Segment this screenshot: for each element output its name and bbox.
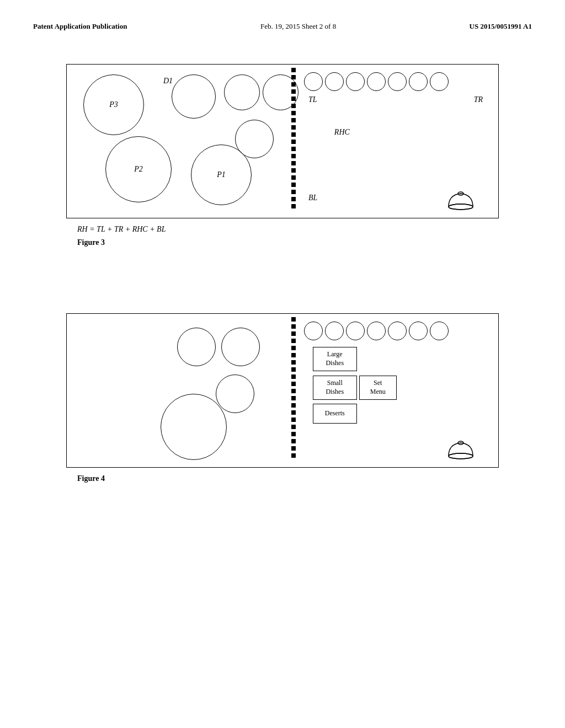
divider-sq	[291, 183, 296, 187]
f4-circle-top2	[221, 328, 260, 366]
tc5	[388, 72, 407, 91]
figure3-label: Figure 3	[77, 238, 532, 247]
divider-sq	[291, 161, 296, 165]
figure3-formula: RH = TL + TR + RHC + BL	[77, 225, 532, 234]
divider-sq	[291, 432, 296, 436]
divider-sq	[291, 317, 296, 322]
f4-tc6	[409, 322, 428, 340]
svg-point-1	[449, 204, 473, 210]
header-right: US 2015/0051991 A1	[470, 22, 532, 31]
circle-P1: P1	[191, 144, 252, 205]
divider-sq	[291, 111, 296, 115]
tc4	[367, 72, 386, 91]
f4-tc5	[388, 322, 407, 340]
dish-icon-fig4	[446, 438, 476, 461]
top-circles-row	[304, 72, 449, 91]
divider-sq	[291, 154, 296, 158]
divider-sq	[291, 389, 296, 393]
figure4-section: Large Dishes Small Dishes Set Menu Deser…	[33, 313, 532, 483]
f4-circle-top1	[177, 328, 216, 366]
label-RHC: RHC	[334, 128, 350, 137]
divider-sq	[291, 68, 296, 72]
divider-sq	[291, 446, 296, 451]
figure3-section: P3 P2 D1 P1	[33, 64, 532, 247]
divider-sq	[291, 410, 296, 415]
divider-sq	[291, 417, 296, 422]
label-TR: TR	[474, 95, 483, 104]
divider-sq	[291, 339, 296, 343]
divider-sq	[291, 382, 296, 386]
dish-icon-fig3	[446, 189, 476, 211]
tc6	[409, 72, 428, 91]
circle-small2	[263, 74, 299, 110]
f4-circle-mid	[216, 374, 254, 413]
f4-tc2	[325, 322, 344, 340]
spacer	[33, 269, 532, 313]
f4-tc3	[346, 322, 365, 340]
menu-small-dishes[interactable]: Small Dishes	[313, 376, 357, 400]
divider-sq	[291, 190, 296, 194]
divider-sq	[291, 425, 296, 429]
menu-set-menu[interactable]: Set Menu	[359, 376, 397, 400]
menu-large-dishes[interactable]: Large Dishes	[313, 347, 357, 371]
page: Patent Application Publication Feb. 19, …	[0, 0, 565, 728]
f4-top-circles	[304, 322, 449, 340]
divider-sq	[291, 125, 296, 130]
header-center: Feb. 19, 2015 Sheet 2 of 8	[260, 22, 336, 31]
f4-tc7	[430, 322, 449, 340]
divider-sq	[291, 147, 296, 151]
tc3	[346, 72, 365, 91]
divider-sq	[291, 374, 296, 379]
divider-sq	[291, 439, 296, 443]
label-D1: D1	[163, 77, 173, 85]
circle-P2: P2	[105, 136, 172, 202]
figure4-box: Large Dishes Small Dishes Set Menu Deser…	[66, 313, 499, 468]
divider-sq	[291, 175, 296, 180]
tc7	[430, 72, 449, 91]
f4-tc4	[367, 322, 386, 340]
f4-tc1	[304, 322, 323, 340]
divider-sq	[291, 168, 296, 173]
divider-sq	[291, 132, 296, 137]
circle-P3: P3	[83, 74, 144, 135]
figure4-divider	[291, 314, 296, 467]
divider-sq	[291, 118, 296, 122]
header-left: Patent Application Publication	[33, 22, 127, 31]
menu-deserts[interactable]: Deserts	[313, 404, 357, 424]
divider-sq	[291, 360, 296, 365]
divider-sq	[291, 324, 296, 329]
divider-sq	[291, 204, 296, 208]
tc2	[325, 72, 344, 91]
label-P1: P1	[217, 170, 226, 179]
circle-D1	[172, 74, 216, 119]
divider-sq	[291, 396, 296, 400]
figure4-label: Figure 4	[77, 474, 532, 483]
divider-sq	[291, 197, 296, 201]
circle-small1	[224, 74, 260, 110]
divider-sq	[291, 331, 296, 336]
label-BL: BL	[308, 194, 317, 202]
divider-sq	[291, 453, 296, 458]
divider-sq	[291, 403, 296, 408]
divider-sq	[291, 346, 296, 350]
tc1	[304, 72, 323, 91]
page-header: Patent Application Publication Feb. 19, …	[33, 22, 532, 31]
divider-sq	[291, 367, 296, 372]
divider-sq	[291, 353, 296, 357]
label-P3: P3	[109, 100, 118, 109]
figure3-box: P3 P2 D1 P1	[66, 64, 499, 218]
f4-circle-large	[161, 394, 227, 460]
label-P2: P2	[134, 165, 143, 174]
label-TL: TL	[308, 95, 317, 104]
divider-sq	[291, 140, 296, 144]
svg-point-4	[449, 453, 473, 459]
